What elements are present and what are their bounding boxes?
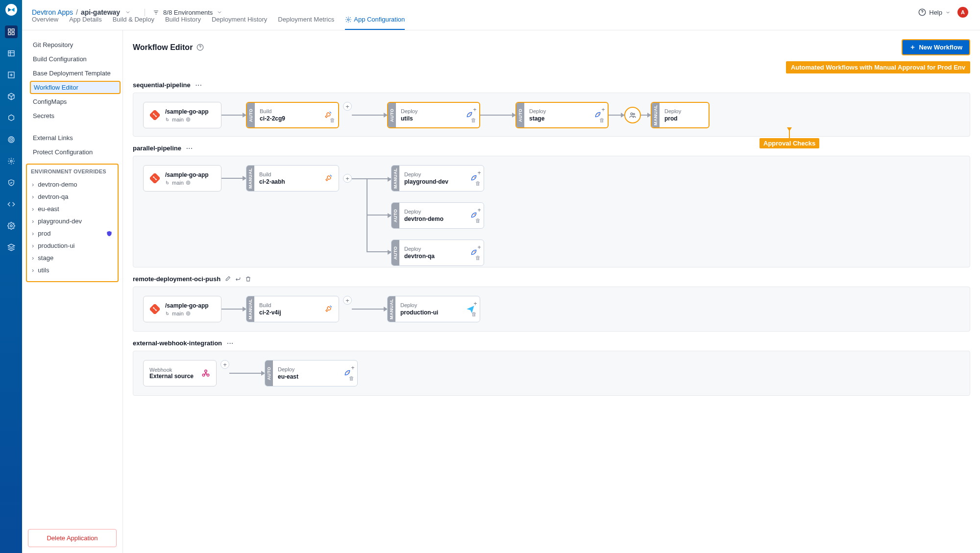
delete-application-button[interactable]: Delete Application [28,529,117,547]
source-card[interactable]: /sample-go-appmain [143,165,221,192]
add-stage-button[interactable]: + [343,296,352,305]
plus-icon[interactable]: + [477,208,482,213]
trash-icon[interactable]: 🗑 [330,117,335,123]
edit-icon[interactable] [224,276,231,282]
build-card[interactable]: MANUAL Buildci-2-aabh [246,165,339,192]
deploy-card-eu-east[interactable]: AUTO Deployeu-east +🗑 [265,360,358,386]
help-menu[interactable]: Help [918,8,951,16]
nav-workflow-editor[interactable]: Workflow Editor [30,81,121,94]
trash-icon[interactable]: 🗑 [475,255,481,261]
plus-icon[interactable]: + [350,365,355,370]
workflow-row-oci: /sample-go-appmain MANUAL Buildci-2-v4ij… [133,287,970,332]
plus-icon[interactable]: + [477,170,482,175]
deploy-card-playground-dev[interactable]: MANUAL Deployplayground-dev +🗑 [391,165,484,192]
deploy-card-production-ui[interactable]: MANUAL Deployproduction-ui +🗑 [387,296,480,322]
rail-add-icon[interactable] [5,69,18,81]
tab-deployment-history[interactable]: Deployment History [212,16,267,30]
nav-protect-configuration[interactable]: Protect Configuration [30,145,121,159]
rail-cube-icon[interactable] [5,112,18,124]
webhook-icon [201,369,210,378]
tab-app-details[interactable]: App Details [69,16,101,30]
trash-icon[interactable]: 🗑 [471,117,476,123]
source-card[interactable]: /sample-go-appmain [143,296,221,322]
chevron-down-icon [217,9,222,15]
env-summary[interactable]: 8/8 Environments [145,9,222,16]
deploy-card-devtron-demo[interactable]: AUTO Deploydevtron-demo +🗑 [391,202,484,229]
header-tabs: Overview App Details Build & Deploy Buil… [32,16,405,30]
nav-external-links[interactable]: External Links [30,131,121,144]
add-stage-button[interactable]: + [343,102,352,111]
tab-app-configuration[interactable]: App Configuration [345,16,405,30]
env-prod[interactable]: ›prod [31,227,114,240]
chevron-down-icon[interactable] [125,9,131,15]
nav-secrets[interactable]: Secrets [30,109,121,122]
trash-icon[interactable]: 🗑 [349,375,354,381]
workflow-menu-icon[interactable]: ··· [196,81,202,89]
new-workflow-button[interactable]: New Workflow [902,39,970,55]
webhook-source-card[interactable]: WebhookExternal source [143,360,217,386]
deploy-card-stage[interactable]: AUTO Deploystage +🗑 [515,102,609,128]
side-nav: Git Repository Build Configuration Base … [22,30,123,553]
build-card[interactable]: MANUAL Buildci-2-v4ij [246,296,339,322]
rail-target-icon[interactable] [5,133,18,146]
environment-overrides: ENVIRONMENT OVERRIDES ›devtron-demo ›dev… [26,164,119,282]
build-card[interactable]: AUTO Buildci-2-2cg9 🗑 [246,102,339,128]
add-stage-button[interactable]: + [343,174,352,183]
rail-layers-icon[interactable] [5,241,18,254]
env-eu-east[interactable]: ›eu-east [31,203,114,215]
plus-icon[interactable]: + [473,301,478,306]
env-utils[interactable]: ›utils [31,264,114,276]
shield-icon [106,230,113,237]
svg-point-31 [474,251,475,252]
plus-icon[interactable]: + [601,107,606,112]
svg-point-18 [186,118,190,121]
env-production-ui[interactable]: ›production-ui [31,240,114,252]
rail-grid-icon[interactable] [5,47,18,60]
env-devtron-demo[interactable]: ›devtron-demo [31,178,114,191]
deploy-card-utils[interactable]: AUTO Deployutils +🗑 [387,102,480,128]
rail-shield-icon[interactable] [5,176,18,189]
svg-point-21 [598,114,599,115]
workflow-menu-icon[interactable]: ··· [186,144,193,152]
svg-point-27 [186,181,190,185]
enter-icon[interactable] [235,276,241,282]
trash-icon[interactable]: 🗑 [471,311,477,317]
tab-build-deploy[interactable]: Build & Deploy [113,16,154,30]
nav-build-configuration[interactable]: Build Configuration [30,52,121,66]
trash-icon[interactable]: 🗑 [475,180,481,186]
tab-deployment-metrics[interactable]: Deployment Metrics [278,16,334,30]
wrench-icon [325,174,334,183]
breadcrumb-current[interactable]: api-gateway [81,8,120,16]
env-playground-dev[interactable]: ›playground-dev [31,215,114,227]
deploy-card-prod[interactable]: MANUAL Deployprod [651,102,710,128]
plus-icon[interactable]: + [477,245,482,250]
rail-settings-icon[interactable] [5,155,18,168]
nav-configmaps[interactable]: ConfigMaps [30,95,121,108]
rail-apps-icon[interactable] [5,25,18,38]
trash-icon[interactable]: 🗑 [599,117,605,123]
trash-icon[interactable] [245,276,251,282]
svg-point-19 [187,119,189,120]
tab-overview[interactable]: Overview [32,16,58,30]
workflow-name: remote-deployment-oci-push [133,275,220,283]
info-icon[interactable] [196,44,204,51]
avatar[interactable]: A [957,7,968,18]
nav-rail [0,0,22,553]
rail-code-icon[interactable] [5,198,18,211]
add-stage-button[interactable]: + [220,360,229,369]
env-stage[interactable]: ›stage [31,252,114,264]
trash-icon[interactable]: 🗑 [475,217,481,223]
rail-package-icon[interactable] [5,90,18,103]
rail-gear-icon[interactable] [5,219,18,232]
svg-point-39 [205,370,207,372]
deploy-card-devtron-qa[interactable]: AUTO Deploydevtron-qa +🗑 [391,240,484,266]
tab-build-history[interactable]: Build History [165,16,201,30]
workflow-menu-icon[interactable]: ··· [227,339,234,347]
source-card[interactable]: /sample-go-appmain [143,102,221,128]
approval-node[interactable] [624,107,641,123]
env-devtron-qa[interactable]: ›devtron-qa [31,191,114,203]
breadcrumb-root[interactable]: Devtron Apps [32,8,73,16]
nav-base-deployment-template[interactable]: Base Deployment Template [30,67,121,80]
plus-icon[interactable]: + [472,107,477,112]
nav-git-repository[interactable]: Git Repository [30,38,121,51]
